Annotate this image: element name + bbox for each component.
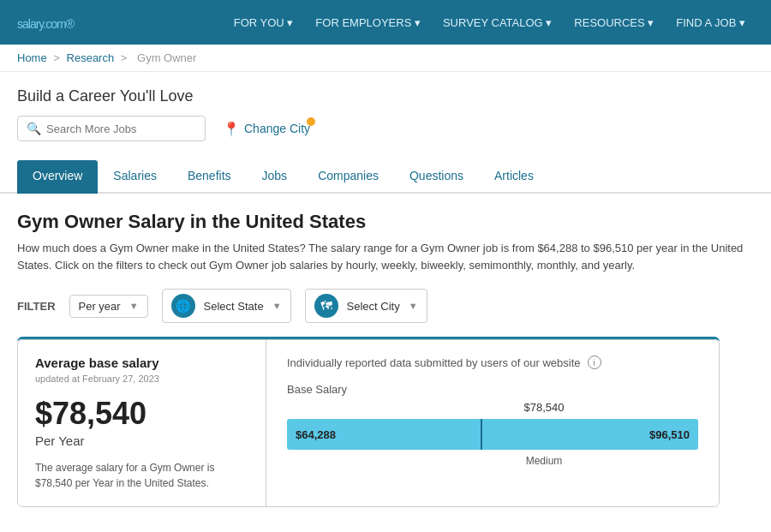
nav-links: FOR YOU ▾ FOR EMPLOYERS ▾ SURVEY CATALOG… [225,11,754,34]
page-title: Gym Owner Salary in the United States [17,211,754,233]
salary-left-panel: Average base salary updated at February … [18,340,266,506]
tab-bar: Overview Salaries Benefits Jobs Companie… [0,160,771,194]
avg-description: The average salary for a Gym Owner is $7… [35,460,248,491]
state-value: Select State [204,300,264,313]
salary-bar-container: $64,288 $96,510 [287,419,698,450]
period-value: Per year [79,300,121,313]
breadcrumb: Home > Research > Gym Owner [0,45,771,72]
info-icon[interactable]: i [588,356,601,369]
per-year-label: Per Year [35,433,248,448]
tab-companies[interactable]: Companies [302,160,394,194]
nav-find-a-job[interactable]: FIND A JOB ▾ [667,11,754,34]
breadcrumb-sep2: > [121,51,130,64]
tab-salaries[interactable]: Salaries [98,160,172,194]
base-salary-label: Base Salary [287,383,698,396]
state-globe-icon: 🌐 [171,294,195,318]
search-input[interactable] [46,123,196,135]
medium-label: Medium [390,455,698,467]
period-filter[interactable]: Per year ▼ [69,295,148,318]
salary-bar: $64,288 $96,510 [287,419,698,450]
period-chevron-icon: ▼ [129,301,139,311]
tab-jobs[interactable]: Jobs [247,160,303,194]
site-logo[interactable]: salary.com® [17,11,74,33]
tab-overview[interactable]: Overview [17,160,98,194]
bar-max-value: $96,510 [649,428,690,441]
search-icon: 🔍 [27,122,41,135]
tab-articles[interactable]: Articles [479,160,549,194]
tab-questions[interactable]: Questions [394,160,479,194]
filter-label: FILTER [17,300,56,313]
city-map-icon: 🗺 [314,294,338,318]
main-content: Gym Owner Salary in the United States Ho… [0,194,771,524]
bar-median-line [481,419,482,450]
salary-right-panel: Individually reported data submitted by … [266,340,719,506]
state-chevron-icon: ▼ [272,301,282,311]
page-description: How much does a Gym Owner make in the Un… [17,240,754,273]
navigation: salary.com® FOR YOU ▾ FOR EMPLOYERS ▾ SU… [0,0,771,45]
change-city-button[interactable]: 📍 Change City [223,121,310,137]
location-icon: 📍 [223,121,240,137]
breadcrumb-current: Gym Owner [137,51,196,64]
bar-min-value: $64,288 [287,428,336,441]
median-value-label: $78,540 [390,401,698,414]
hero-section: Build a Career You'll Love 🔍 📍 Change Ci… [0,72,771,150]
logo-text: salary [17,17,43,31]
city-chevron-icon: ▼ [409,301,418,311]
salary-card-wrapper: Average base salary updated at February … [17,337,720,507]
search-row: 🔍 📍 Change City [17,116,754,141]
updated-date: updated at February 27, 2023 [35,374,248,384]
salary-card: Average base salary updated at February … [17,339,720,507]
logo-suffix: .com® [43,17,74,31]
state-filter[interactable]: 🌐 Select State ▼ [162,289,291,323]
city-value: Select City [347,300,400,313]
search-box[interactable]: 🔍 [17,116,206,141]
hero-title: Build a Career You'll Love [17,87,754,105]
salary-amount: $78,540 [35,396,248,432]
tab-benefits[interactable]: Benefits [172,160,247,194]
breadcrumb-sep1: > [53,51,63,64]
notification-dot [307,117,315,126]
city-filter[interactable]: 🗺 Select City ▼ [305,289,427,323]
chart-header-text: Individually reported data submitted by … [287,356,581,369]
avg-base-salary-title: Average base salary [35,356,248,370]
nav-resources[interactable]: RESOURCES ▾ [565,11,662,34]
breadcrumb-home[interactable]: Home [17,51,47,64]
nav-for-you[interactable]: FOR YOU ▾ [225,11,302,34]
nav-for-employers[interactable]: FOR EMPLOYERS ▾ [307,11,429,34]
change-city-label: Change City [244,122,310,135]
nav-survey-catalog[interactable]: SURVEY CATALOG ▾ [434,11,560,34]
breadcrumb-research[interactable]: Research [67,51,115,64]
filter-row: FILTER Per year ▼ 🌐 Select State ▼ 🗺 Sel… [17,289,754,323]
chart-header: Individually reported data submitted by … [287,356,698,369]
